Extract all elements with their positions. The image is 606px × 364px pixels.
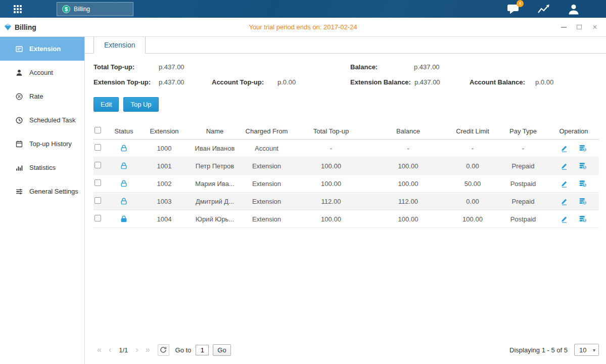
table-row: 1003 Дмитрий Д... Extension 112.00 112.0…: [94, 193, 599, 210]
table-row: 1000 Иван Иванов Account - - - - $: [94, 140, 599, 157]
extension-cell: 1002: [139, 180, 190, 188]
window-controls: ×: [560, 24, 598, 31]
clock-icon: [15, 116, 23, 124]
row-checkbox-cell: [94, 162, 109, 170]
window-title: Billing: [4, 23, 36, 31]
svg-text:$: $: [584, 184, 586, 188]
next-page-button[interactable]: ›: [132, 345, 142, 354]
topup-record-icon[interactable]: $: [579, 179, 587, 188]
balance-label: Balance:: [350, 63, 378, 71]
close-button[interactable]: ×: [591, 24, 598, 31]
row-checkbox[interactable]: [95, 215, 101, 221]
sidebar-item-topup-history[interactable]: Top-up History: [0, 132, 84, 156]
refresh-button[interactable]: [158, 344, 169, 356]
credit-limit-cell: -: [447, 145, 498, 152]
row-checkbox[interactable]: [95, 162, 101, 168]
extension-topup-value: p.437.00: [159, 78, 184, 86]
chevron-down-icon: ▾: [593, 347, 595, 353]
operation-cell: $: [548, 144, 599, 153]
user-icon: [568, 4, 580, 15]
extension-topup-label: Extension Top-up:: [94, 78, 151, 86]
extension-icon: [15, 45, 23, 53]
row-checkbox[interactable]: [95, 144, 101, 151]
pagination-right: Displaying 1 - 5 of 5 10 ▾: [509, 344, 599, 356]
edit-icon[interactable]: [561, 215, 568, 223]
bar-chart-icon: [15, 164, 23, 172]
topup-record-icon[interactable]: $: [579, 197, 587, 205]
page-size-value: 10: [579, 346, 586, 354]
window-title-text: Billing: [15, 23, 36, 31]
pagination-bar: « ‹ 1/1 › » Go to Go Displaying 1 - 5 of…: [94, 339, 599, 361]
charged-from-cell: Account: [240, 145, 293, 152]
row-checkbox[interactable]: [95, 179, 101, 186]
balance-cell: -: [369, 145, 447, 152]
go-button[interactable]: Go: [213, 344, 230, 356]
sidebar-item-label: Account: [29, 69, 53, 76]
sidebar-item-label: General Settings: [29, 188, 78, 195]
charged-from-cell: Extension: [240, 198, 293, 205]
first-page-button[interactable]: «: [94, 345, 105, 354]
prev-page-button[interactable]: ‹: [105, 345, 115, 354]
sidebar-item-label: Rate: [29, 93, 43, 100]
row-checkbox[interactable]: [95, 197, 101, 204]
name-cell: Юрий Юрь...: [190, 215, 240, 223]
col-header-extension: Extension: [139, 127, 190, 135]
status-cell: [109, 215, 139, 223]
total-topup-cell: -: [293, 145, 369, 152]
topup-record-icon[interactable]: $: [579, 162, 587, 170]
pay-type-cell: Prepaid: [498, 198, 548, 205]
sidebar-item-general-settings[interactable]: General Settings: [0, 179, 84, 203]
col-header-credit-limit: Credit Limit: [447, 127, 498, 135]
user-menu-button[interactable]: [568, 4, 580, 15]
edit-icon[interactable]: [561, 162, 568, 170]
sidebar-item-extension[interactable]: Extension: [0, 37, 84, 61]
topup-record-icon[interactable]: $: [579, 144, 587, 152]
topup-record-icon[interactable]: $: [579, 215, 587, 223]
total-topup-cell: 100.00: [293, 180, 369, 188]
account-topup-value: p.0.00: [277, 78, 296, 86]
page-size-select[interactable]: 10 ▾: [574, 344, 599, 356]
charged-from-cell: Extension: [240, 162, 293, 170]
goto-page-input[interactable]: [196, 345, 209, 355]
pay-type-cell: -: [498, 145, 548, 152]
refresh-icon: [160, 346, 167, 353]
sidebar-item-rate[interactable]: Rate: [0, 84, 84, 108]
pay-type-cell: Postpaid: [498, 180, 548, 188]
row-checkbox-cell: [94, 215, 109, 223]
balance-cell: 100.00: [369, 162, 447, 170]
extension-cell: 1003: [139, 198, 190, 205]
maximize-button[interactable]: [576, 24, 583, 31]
edit-icon[interactable]: [561, 145, 568, 152]
page-indicator: 1/1: [119, 346, 128, 354]
sidebar-item-account[interactable]: Account: [0, 61, 84, 84]
name-cell: Петр Петров: [190, 162, 240, 170]
col-header-operation: Operation: [548, 127, 599, 135]
select-all-checkbox[interactable]: [95, 127, 101, 133]
top-up-button[interactable]: Top Up: [123, 97, 158, 112]
notifications-button[interactable]: !: [507, 4, 520, 14]
col-header-pay-type: Pay Type: [498, 127, 548, 135]
edit-icon[interactable]: [561, 180, 568, 188]
edit-button[interactable]: Edit: [94, 97, 119, 112]
rate-icon: [15, 93, 23, 101]
last-page-button[interactable]: »: [142, 345, 154, 354]
extension-table: Status Extension Name Charged From Total…: [94, 123, 599, 228]
edit-icon[interactable]: [561, 198, 568, 205]
apps-grid-button[interactable]: [9, 0, 27, 18]
sidebar-item-scheduled-task[interactable]: Scheduled Task: [0, 108, 84, 132]
topbar-billing-tab[interactable]: $ Billing: [57, 2, 133, 16]
statistics-button[interactable]: [537, 4, 550, 14]
action-buttons: Edit Top Up: [94, 97, 599, 112]
line-chart-icon: [537, 4, 550, 14]
calendar-icon: [15, 140, 23, 148]
tab-extension[interactable]: Extension: [94, 36, 146, 54]
maximize-icon: [577, 25, 582, 29]
sidebar-item-statistics[interactable]: Statistics: [0, 156, 84, 179]
goto-label: Go to: [175, 346, 192, 354]
total-topup-label: Total Top-up:: [94, 63, 134, 71]
row-checkbox-cell: [94, 144, 109, 152]
table-row: 1002 Мария Ива... Extension 100.00 100.0…: [94, 175, 599, 193]
table-row: 1004 Юрий Юрь... Extension 100.00 100.00…: [94, 210, 599, 228]
name-cell: Дмитрий Д...: [190, 198, 240, 205]
minimize-button[interactable]: [560, 24, 567, 31]
